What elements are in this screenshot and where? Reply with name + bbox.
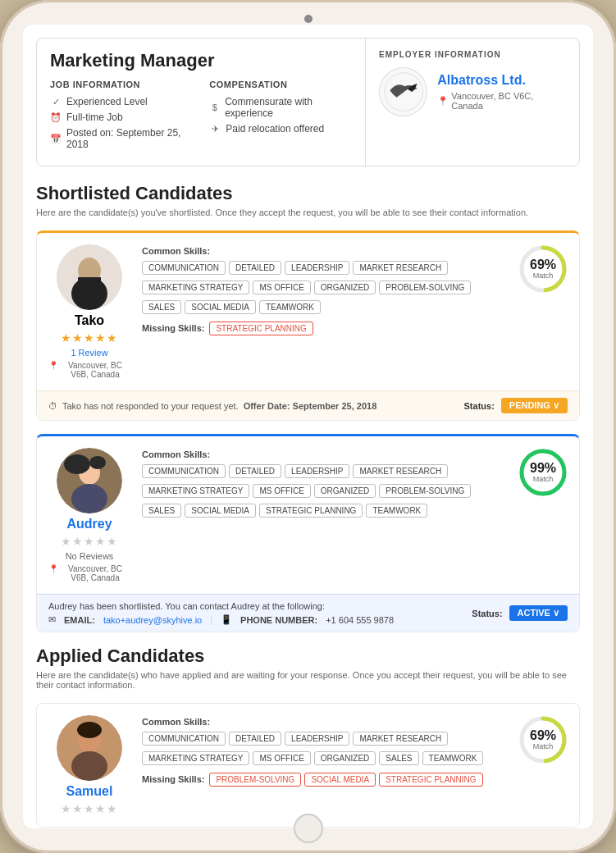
tablet-device: Marketing Manager JOB INFORMATION ✓ Expe… [0,0,616,853]
applied-desc: Here are the candidate(s) who have appli… [36,670,580,690]
phone-icon: 📱 [221,614,232,625]
audrey-common-label: Common Skills: [142,449,210,459]
shortlisted-section: Shortlisted Candidates Here are the cand… [36,183,580,632]
job-info-text-2: Posted on: September 25, 2018 [66,127,193,150]
comp-label: COMPENSATION [209,80,352,89]
tako-match-circle: 69% Match [518,244,568,294]
job-header-card: Marketing Manager JOB INFORMATION ✓ Expe… [36,38,580,166]
svg-point-10 [64,454,90,474]
employer-name: Albatross Ltd. [437,73,566,88]
job-info-text-0: Experienced Level [66,96,148,107]
skill-tag: DETAILED [229,464,281,478]
skill-tag: COMMUNICATION [142,732,226,746]
screen: Marketing Manager JOB INFORMATION ✓ Expe… [23,25,593,828]
audrey-contact-row: ✉ EMAIL: tako+audrey@skyhive.io | 📱 PHON… [48,614,394,625]
skill-tag: MARKET RESEARCH [353,261,448,275]
samuel-photo [57,715,122,781]
audrey-location-pin: 📍 [48,564,58,573]
applied-section: Applied Candidates Here are the candidat… [36,645,580,828]
tako-missing-skills-row: Missing Skills: STRATEGIC PLANNING [142,322,507,338]
audrey-match-circle: 99% Match [518,448,568,497]
audrey-status-badge[interactable]: ACTIVE ∨ [509,605,568,621]
audrey-avatar-svg [57,448,122,513]
samuel-match-text: 69% Match [530,729,556,750]
audrey-photo [57,448,122,513]
candidate-main-audrey: Audrey ★★★★★ No Reviews 📍 Vancouver, BC … [37,436,579,594]
employer-logo [379,67,427,116]
audrey-match-label: Match [530,475,556,483]
candidate-info-audrey: Audrey ★★★★★ No Reviews 📍 Vancouver, BC … [48,448,130,582]
skill-tag: SOCIAL MEDIA [185,300,256,314]
audrey-status-bar: Audrey has been shortlisted. You can con… [37,594,579,632]
candidate-card-tako: Tako ★★★★★ 1 Review 📍 Vancouver, BC V6B,… [36,230,580,421]
job-info-row-2: 📅 Posted on: September 25, 2018 [50,127,193,150]
skill-tag-missing: SOCIAL MEDIA [304,773,376,787]
skill-tag: STRATEGIC PLANNING [259,504,363,518]
email-icon: ✉ [48,614,56,625]
tako-location-pin: 📍 [48,361,58,370]
samuel-name: Samuel [66,784,113,799]
candidate-card-audrey: Audrey ★★★★★ No Reviews 📍 Vancouver, BC … [36,434,580,632]
clock-icon: ⏰ [50,112,62,123]
skill-tag: TEAMWORK [422,751,484,765]
tako-status-bar: ⏱ Tako has not responded to your request… [37,390,579,420]
calendar-icon: 📅 [50,133,62,144]
employer-content: Albatross Ltd. 📍 Vancouver, BC V6C, Cana… [379,67,566,116]
tako-common-label: Common Skills: [142,246,210,256]
tako-status-badge[interactable]: PENDING ∨ [501,398,568,413]
comp-text-1: Paid relocation offered [226,123,324,135]
skill-tag: LEADERSHIP [285,732,349,746]
samuel-common-tags: COMMUNICATION DETAILED LEADERSHIP MARKET… [142,732,507,768]
audrey-email-label: EMAIL: [64,615,95,625]
skill-tag: MARKET RESEARCH [353,464,448,478]
tako-avatar-svg [57,244,122,310]
skill-tag: TEAMWORK [366,504,427,518]
comp-section: COMPENSATION $ Commensurate with experie… [209,80,352,154]
samuel-missing-label: Missing Skills: [142,774,204,784]
tako-location: 📍 Vancouver, BC V6B, Canada [48,361,130,379]
skill-tag: DETAILED [229,261,281,275]
tablet-home-button[interactable] [294,814,323,843]
samuel-common-skills-row: Common Skills: COMMUNICATION DETAILED LE… [142,715,507,768]
audrey-name: Audrey [66,517,112,531]
skill-tag: LEADERSHIP [285,464,349,478]
samuel-skills: Common Skills: COMMUNICATION DETAILED LE… [142,715,507,815]
tako-missing-label: Missing Skills: [142,323,204,333]
comp-text-0: Commensurate with experience [225,96,352,119]
skill-tag: MARKETING STRATEGY [142,751,249,765]
skill-tag: ORGANIZED [314,751,376,765]
skill-tag: TEAMWORK [259,300,321,314]
audrey-status-label: Status: [472,609,502,618]
employer-section: EMPLOYER INFORMATION Albatross Ltd. 📍 [366,39,579,166]
plane-icon: ✈ [209,123,221,135]
audrey-email[interactable]: tako+audrey@skyhive.io [103,615,202,625]
divider: | [210,615,212,625]
skill-tag: ORGANIZED [314,484,376,498]
skill-tag-missing: STRATEGIC PLANNING [209,322,313,335]
employer-bird-svg [383,71,424,112]
skill-tag: LEADERSHIP [285,261,349,275]
tako-reviews: 1 Review [71,348,107,358]
skill-tag: SALES [142,504,181,518]
svg-point-9 [71,484,107,513]
audrey-location-text: Vancouver, BC V6B, Canada [60,564,130,582]
check-icon: ✓ [50,96,62,107]
employer-label: EMPLOYER INFORMATION [379,50,566,59]
job-info-text-1: Full-time Job [66,112,123,123]
job-info-row-1: ⏰ Full-time Job [50,112,193,123]
tako-clock-icon: ⏱ [48,401,57,411]
samuel-match-circle: 69% Match [518,715,568,764]
job-details-row: JOB INFORMATION ✓ Experienced Level ⏰ Fu… [50,80,352,154]
skill-tag: MS OFFICE [253,484,310,498]
audrey-stars: ★★★★★ [61,535,118,548]
skill-tag: PROBLEM-SOLVING [379,484,471,498]
tako-location-text: Vancouver, BC V6B, Canada [60,361,130,379]
tako-status-right: Status: PENDING ∨ [464,398,568,413]
job-info-row-0: ✓ Experienced Level [50,96,193,107]
shortlisted-desc: Here are the candidate(s) you've shortli… [36,208,580,217]
samuel-missing-tags: PROBLEM-SOLVING SOCIAL MEDIA STRATEGIC P… [209,773,482,789]
skill-tag: MS OFFICE [253,281,310,294]
tablet-camera [304,15,313,23]
employer-location-text: Vancouver, BC V6C, Canada [451,91,566,111]
comp-row-1: ✈ Paid relocation offered [209,123,352,135]
